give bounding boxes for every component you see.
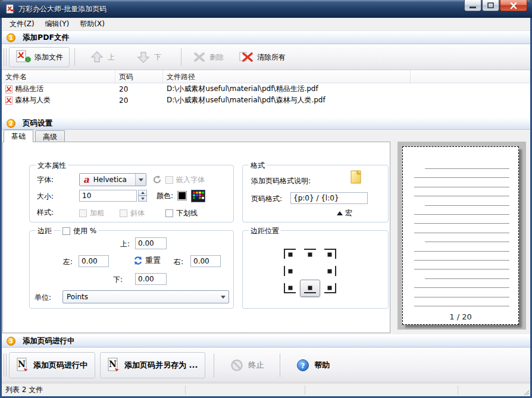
tab-content-basic: 文本属性 字体: a Helvetica 嵌入字体	[2, 142, 390, 333]
macro-label: 宏	[345, 208, 352, 218]
reset-margins-button[interactable]: 重置	[133, 255, 161, 266]
section-progress-title: 添加页码进行中	[23, 336, 75, 346]
group-margin-position: 边距位置	[242, 230, 389, 309]
size-spin-up-icon[interactable]	[138, 190, 147, 196]
delete-label: 删除	[209, 52, 224, 62]
margin-top-input[interactable]	[135, 237, 167, 249]
preview-page: 1 / 20	[402, 146, 519, 325]
position-middle-left[interactable]	[280, 262, 300, 280]
resize-grip[interactable]	[523, 389, 529, 395]
underline-checkbox[interactable]: 下划线	[165, 208, 198, 218]
position-bottom-left[interactable]	[280, 280, 300, 297]
pdf-file-icon	[5, 85, 12, 93]
add-file-button[interactable]: 添加文件	[9, 47, 70, 67]
action-separator-1	[214, 353, 214, 377]
page-format-label: 页码格式:	[251, 194, 282, 204]
app-window: 万彩办公大师-批量添加页码 文件(Z) 编辑(Y) 帮助(X) 1	[0, 0, 532, 398]
add-save-as-button[interactable]: N 添加页码并另存为 ...	[100, 352, 205, 378]
svg-text:?: ?	[301, 361, 305, 369]
move-down-label: 下	[154, 52, 161, 62]
abort-button[interactable]: 终止	[223, 352, 271, 378]
embed-font-checkbox-box[interactable]	[165, 176, 173, 184]
tab-advanced[interactable]: 高级	[35, 130, 65, 142]
position-top-left[interactable]	[280, 245, 300, 262]
preview-panel: 1 / 20	[398, 142, 526, 330]
pdf-file-icon	[5, 96, 12, 105]
margin-right-input[interactable]	[190, 255, 221, 267]
bold-checkbox[interactable]: 加粗	[79, 208, 104, 218]
reset-icon	[133, 256, 143, 265]
status-separator	[305, 386, 305, 394]
column-path[interactable]: 文件路径	[163, 70, 411, 84]
close-icon	[510, 2, 517, 9]
group-margins: 边距 使用 % 上: 左:	[29, 230, 234, 309]
close-button[interactable]	[500, 0, 527, 11]
move-up-button[interactable]: 上	[83, 47, 121, 67]
bold-checkbox-box[interactable]	[79, 209, 87, 217]
use-percent-checkbox-box[interactable]	[62, 227, 70, 235]
badge-3: 3	[7, 337, 15, 346]
position-grid	[280, 245, 340, 297]
section-progress-header: 3 添加页码进行中	[2, 334, 530, 347]
embed-font-checkbox[interactable]: 嵌入字体	[165, 175, 205, 185]
font-combo-arrow-icon[interactable]	[135, 174, 146, 186]
use-percent-checkbox[interactable]: 使用 %	[61, 226, 98, 236]
unit-combo-arrow-icon[interactable]	[218, 291, 229, 303]
table-row[interactable]: 森林与人类 20 D:\小威素材useful\material\pdf\森林与人…	[2, 95, 530, 106]
file-path: D:\小威素材useful\material\pdf\精品生活.pdf	[163, 84, 411, 94]
position-top-center[interactable]	[300, 245, 320, 262]
position-bottom-right[interactable]	[320, 280, 340, 297]
status-separator	[185, 386, 186, 394]
file-toolbar: 添加文件 上 下 删除	[2, 45, 530, 70]
window-title: 万彩办公大师-批量添加页码	[18, 4, 107, 14]
position-middle-right[interactable]	[320, 262, 340, 280]
help-button[interactable]: ? 帮助	[289, 352, 337, 378]
position-middle-center	[300, 262, 320, 280]
margin-top-label: 上:	[120, 239, 130, 249]
position-top-right[interactable]	[320, 245, 340, 262]
svg-text:N: N	[18, 359, 26, 369]
color-picker-button[interactable]	[191, 190, 205, 202]
maximize-button[interactable]	[482, 0, 499, 11]
add-page-numbers-button[interactable]: N 添加页码进行中	[9, 352, 95, 378]
macro-arrow-icon	[337, 211, 343, 215]
column-pages[interactable]: 页码	[115, 70, 163, 84]
size-label: 大小:	[37, 192, 54, 202]
margin-left-input[interactable]	[79, 255, 109, 267]
column-filename[interactable]: 文件名	[2, 70, 115, 84]
abort-icon	[230, 359, 243, 372]
margin-bottom-input[interactable]	[135, 273, 167, 285]
margin-bottom-label: 下:	[113, 275, 123, 285]
italic-checkbox-box[interactable]	[120, 209, 127, 217]
font-combobox[interactable]: a Helvetica	[79, 173, 146, 186]
unit-label: 单位:	[35, 293, 51, 303]
format-help-doc-icon[interactable]	[350, 170, 362, 184]
size-spin-down-icon[interactable]	[138, 196, 147, 202]
macro-button[interactable]: 宏	[337, 208, 352, 218]
refresh-fonts-icon[interactable]	[152, 175, 162, 184]
move-down-button[interactable]: 下	[130, 47, 168, 67]
italic-checkbox[interactable]: 斜体	[120, 208, 145, 218]
unit-combobox[interactable]: Points	[62, 290, 229, 303]
page-format-input[interactable]	[290, 192, 368, 204]
menu-help[interactable]: 帮助(X)	[74, 17, 110, 31]
tab-basic[interactable]: 基础	[4, 130, 33, 142]
style-label: 样式:	[37, 208, 54, 218]
position-bottom-center-selected[interactable]	[300, 280, 320, 297]
status-bar: 列表 2 文件	[2, 383, 530, 396]
table-row[interactable]: 精品生活 20 D:\小威素材useful\material\pdf\精品生活.…	[2, 83, 530, 95]
menu-bar: 文件(Z) 编辑(Y) 帮助(X)	[2, 18, 530, 31]
menu-edit[interactable]: 编辑(Y)	[40, 17, 75, 31]
file-pages: 20	[115, 96, 163, 105]
clear-all-button[interactable]: 清除所有	[233, 47, 292, 67]
minimize-button[interactable]	[464, 0, 481, 11]
delete-button[interactable]: 删除	[186, 47, 230, 67]
size-input[interactable]	[79, 190, 137, 202]
status-separator	[458, 386, 458, 394]
action-toolbar-grip	[4, 353, 7, 377]
size-spinner[interactable]	[138, 190, 147, 202]
menu-file[interactable]: 文件(Z)	[4, 17, 40, 31]
number-doc-icon: N	[108, 358, 120, 372]
underline-checkbox-box[interactable]	[165, 209, 173, 217]
reset-label: 重置	[145, 255, 161, 266]
